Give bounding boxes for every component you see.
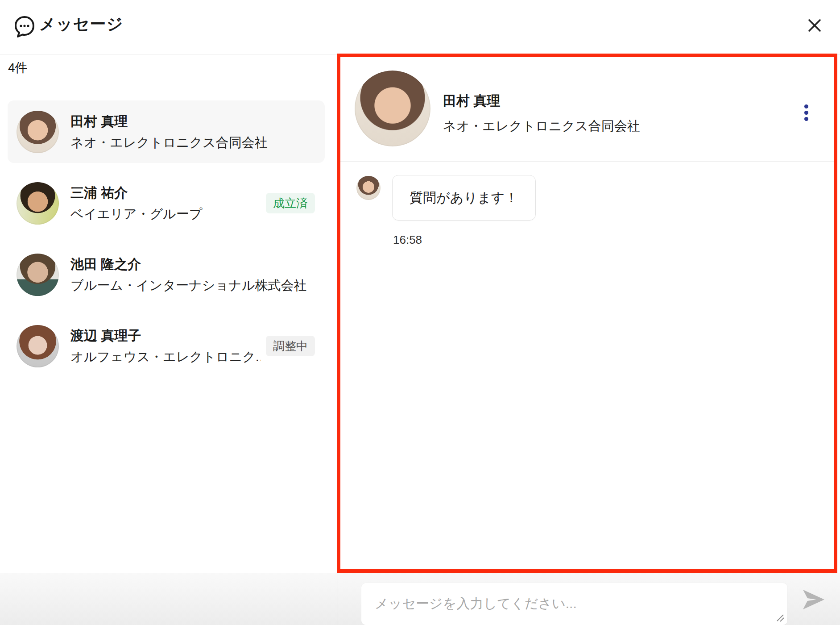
avatar xyxy=(17,182,59,225)
chat-partner-avatar xyxy=(355,71,430,146)
conversation-list: 田村 真理 ネオ・エレクトロニクス合同会社 三浦 祐介 ベイエリア・グループ 成… xyxy=(8,100,325,386)
contact-company: ベイエリア・グループ xyxy=(70,206,261,222)
conversation-sidebar: 4件 田村 真理 ネオ・エレクトロニクス合同会社 三浦 祐介 ベイエリア・グルー… xyxy=(0,55,337,573)
contact-name: 田村 真理 xyxy=(70,113,315,129)
chat-partner-info: 田村 真理 ネオ・エレクトロニクス合同会社 xyxy=(443,92,640,135)
message-row: 質問があります！ xyxy=(356,175,818,221)
kebab-menu-icon[interactable] xyxy=(797,100,815,125)
chat-message-area: 質問があります！ 16:58 xyxy=(340,162,834,569)
composer-input-wrap xyxy=(361,583,787,625)
conversation-count: 4件 xyxy=(8,59,28,76)
message-bubble: 質問があります！ xyxy=(392,175,536,221)
chat-panel-highlighted: 田村 真理 ネオ・エレクトロニクス合同会社 質問があります！ 16:58 xyxy=(337,54,837,573)
window-header: メッセージ xyxy=(0,0,840,54)
status-badge: 調整中 xyxy=(266,336,315,356)
conversation-item-ikeda[interactable]: 池田 隆之介 ブルーム・インターナショナル株式会社 xyxy=(8,243,325,306)
conversation-text: 田村 真理 ネオ・エレクトロニクス合同会社 xyxy=(70,113,315,150)
avatar xyxy=(17,111,59,153)
close-icon[interactable] xyxy=(803,14,826,37)
conversation-text: 三浦 祐介 ベイエリア・グループ xyxy=(70,185,261,222)
chat-bubble-icon xyxy=(13,15,36,38)
chat-header: 田村 真理 ネオ・エレクトロニクス合同会社 xyxy=(340,57,834,162)
resize-handle-icon[interactable] xyxy=(774,612,784,622)
chat-partner-company: ネオ・エレクトロニクス合同会社 xyxy=(443,117,640,135)
contact-name: 池田 隆之介 xyxy=(70,256,315,272)
panel-divider xyxy=(338,573,338,625)
contact-company: ブルーム・インターナショナル株式会社 xyxy=(70,278,315,293)
contact-name: 三浦 祐介 xyxy=(70,185,261,201)
contact-name: 渡辺 真理子 xyxy=(70,328,261,344)
avatar xyxy=(17,254,59,296)
chat-partner-name: 田村 真理 xyxy=(443,92,640,110)
composer-bar xyxy=(0,573,840,625)
conversation-text: 渡辺 真理子 オルフェウス・エレクトロニク... xyxy=(70,328,261,365)
conversation-item-tamura[interactable]: 田村 真理 ネオ・エレクトロニクス合同会社 xyxy=(8,100,325,163)
messages-window: メッセージ 4件 田村 真理 ネオ・エレクトロニクス合同会社 三浦 祐介 xyxy=(0,0,840,625)
status-badge: 成立済 xyxy=(266,193,315,213)
conversation-item-miura[interactable]: 三浦 祐介 ベイエリア・グループ 成立済 xyxy=(8,172,325,234)
message-timestamp: 16:58 xyxy=(393,233,818,247)
conversation-text: 池田 隆之介 ブルーム・インターナショナル株式会社 xyxy=(70,256,315,293)
contact-company: ネオ・エレクトロニクス合同会社 xyxy=(70,135,315,150)
contact-company: オルフェウス・エレクトロニク... xyxy=(70,349,261,365)
message-sender-avatar xyxy=(356,176,381,200)
message-input[interactable] xyxy=(361,583,787,625)
avatar xyxy=(17,325,59,367)
page-title: メッセージ xyxy=(39,13,123,35)
conversation-item-watanabe[interactable]: 渡辺 真理子 オルフェウス・エレクトロニク... 調整中 xyxy=(8,315,325,377)
send-icon[interactable] xyxy=(800,588,828,612)
